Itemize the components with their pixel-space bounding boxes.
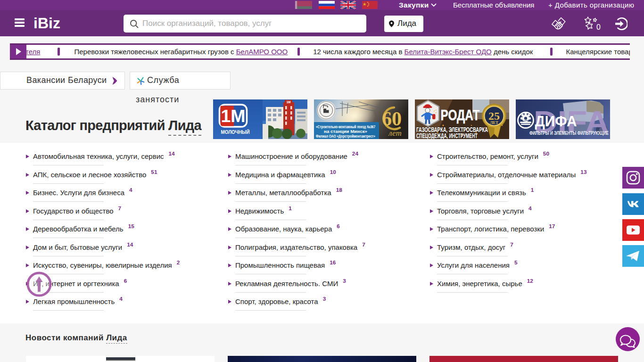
svg-text:СПЕЦОДЕЖДА, ИНСТРУМЕНТ: СПЕЦОДЕЖДА, ИНСТРУМЕНТ [416, 132, 478, 140]
svg-text:ДИФА: ДИФА [535, 113, 577, 130]
svg-text:МОЛОЧНЫЙ: МОЛОЧНЫЙ [221, 129, 250, 135]
svg-text:РОДАТ: РОДАТ [441, 107, 480, 123]
svg-text:Филиал ОАО «Дорстроймонтажтрес: Филиал ОАО «Дорстроймонтажтрест» [316, 134, 375, 139]
svg-text:60: 60 [382, 108, 402, 130]
svg-text:«Строительно-монтажный поезд №: «Строительно-монтажный поезд №367 [316, 124, 375, 129]
svg-text:1М: 1М [286, 100, 290, 104]
svg-text:ЛЕТ: ЛЕТ [490, 120, 498, 125]
svg-text:лет: лет [388, 129, 401, 138]
svg-text:ФИЛЬТРЫ И ЭЛЕМЕНТЫ ФИЛЬТРУЮЩИЕ: ФИЛЬТРЫ И ЭЛЕМЕНТЫ ФИЛЬТРУЮЩИЕ [529, 130, 609, 136]
svg-text:на станции Минск»: на станции Минск» [324, 129, 367, 134]
svg-text:1М: 1М [221, 107, 246, 126]
